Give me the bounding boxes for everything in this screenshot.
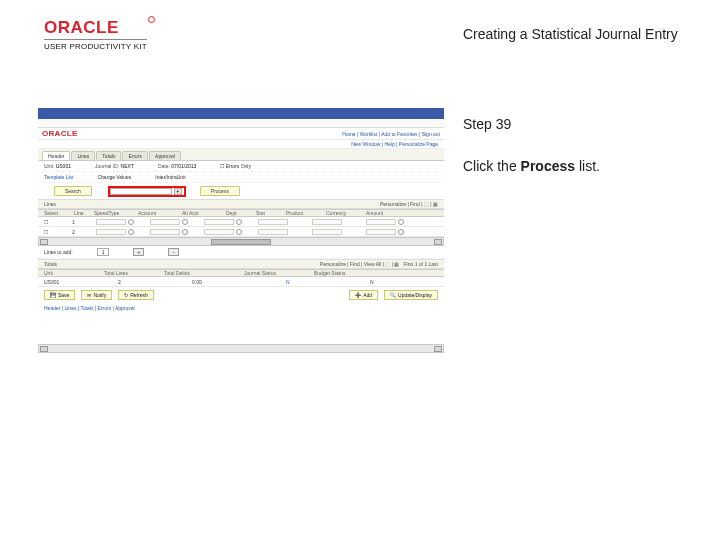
add-button[interactable]: ➕ Add <box>349 290 378 300</box>
app-screenshot: ORACLE Home | Worklist | Add to Favorite… <box>38 108 444 346</box>
tab-totals[interactable]: Totals <box>96 151 121 160</box>
button-row: Search ▼ Process <box>38 183 444 199</box>
unit-value: US001 <box>56 163 71 169</box>
upk-subtitle: USER PRODUCTIVITY KIT <box>44 39 147 51</box>
add-line-button[interactable]: + <box>133 248 144 256</box>
tab-approval[interactable]: Approval <box>149 151 181 160</box>
bottom-buttons: 💾 Save ✉ Notify ↻ Refresh ➕ Add 🔍 Update… <box>38 287 444 303</box>
save-button[interactable]: 💾 Save <box>44 290 75 300</box>
template-link[interactable]: Template List <box>44 174 73 180</box>
totals-grid-header: Unit Total Lines Total Debits Journal St… <box>38 269 444 277</box>
process-button[interactable]: Process <box>200 186 240 196</box>
scroll-left-arrow[interactable] <box>40 239 48 245</box>
notify-button[interactable]: ✉ Notify <box>81 290 112 300</box>
errors-only-checkbox[interactable]: ☐ Errors Only <box>220 163 251 169</box>
scroll-thumb[interactable] <box>211 239 271 245</box>
outer-scroll-right[interactable] <box>434 346 442 352</box>
unit-label: Unit: <box>44 163 54 169</box>
app-infobar <box>38 119 444 128</box>
instruction-pre: Click the <box>463 158 521 174</box>
instruction-post: list. <box>575 158 600 174</box>
app-nav-links[interactable]: New Window | Help | Personalize Page <box>38 140 444 149</box>
change-values-link[interactable]: Change Values <box>97 174 131 180</box>
oracle-logo: ORACLE <box>44 18 147 38</box>
app-oracle-logo: ORACLE <box>42 129 78 138</box>
journal-value: NEXT <box>121 163 134 169</box>
grid-scrollbar[interactable] <box>38 237 444 246</box>
app-topbar <box>38 108 444 119</box>
date-label: Date: <box>158 163 170 169</box>
bottom-tab-links[interactable]: Header | Lines | Totals | Errors | Appro… <box>38 303 444 313</box>
instruction-text: Click the Process list. <box>463 158 600 174</box>
form-row-1: Unit: US001 Journal ID: NEXT Date: 07/01… <box>38 161 444 172</box>
app-tabs: Header Lines Totals Errors Approval <box>38 149 444 161</box>
highlight-indicator <box>108 186 186 197</box>
grid-row-2: ☐ 2 <box>38 227 444 237</box>
outer-scroll-left[interactable] <box>40 346 48 352</box>
journal-label: Journal ID: <box>95 163 119 169</box>
lines-section-header: Lines Personalize | Find | ⬚ | ▦ <box>38 199 444 209</box>
grid-header: Select Line SpeedType Account Alt Acct D… <box>38 209 444 217</box>
tab-errors[interactable]: Errors <box>122 151 148 160</box>
totals-grid-row: US001 2 0.00 N N <box>38 277 444 287</box>
update-display-button[interactable]: 🔍 Update/Display <box>384 290 438 300</box>
scroll-right-arrow[interactable] <box>434 239 442 245</box>
intra-unit-link[interactable]: Inter/IntraUnit <box>155 174 185 180</box>
instruction-target: Process <box>521 158 575 174</box>
page-title: Creating a Statistical Journal Entry <box>463 26 678 42</box>
tab-lines[interactable]: Lines <box>71 151 95 160</box>
search-button[interactable]: Search <box>54 186 92 196</box>
grid-row-1: ☐ 1 <box>38 217 444 227</box>
form-row-2: Template List Change Values Inter/IntraU… <box>38 172 444 183</box>
remove-line-button[interactable]: − <box>168 248 179 256</box>
lines-to-add-input[interactable]: 1 <box>97 248 110 256</box>
page-header: ORACLE USER PRODUCTIVITY KIT <box>44 18 147 51</box>
step-number: Step 39 <box>463 116 511 132</box>
app-header-links: Home | Worklist | Add to Favorites | Sig… <box>342 131 440 137</box>
lines-to-add-row: Lines to add: 1 + − <box>38 246 444 259</box>
outer-scrollbar[interactable] <box>38 344 444 353</box>
totals-section-header: Totals Personalize | Find | View All | ⬚… <box>38 259 444 269</box>
app-brandbar: ORACLE Home | Worklist | Add to Favorite… <box>38 128 444 140</box>
refresh-button[interactable]: ↻ Refresh <box>118 290 154 300</box>
tab-header[interactable]: Header <box>42 151 70 160</box>
date-value: 07/01/2013 <box>171 163 196 169</box>
